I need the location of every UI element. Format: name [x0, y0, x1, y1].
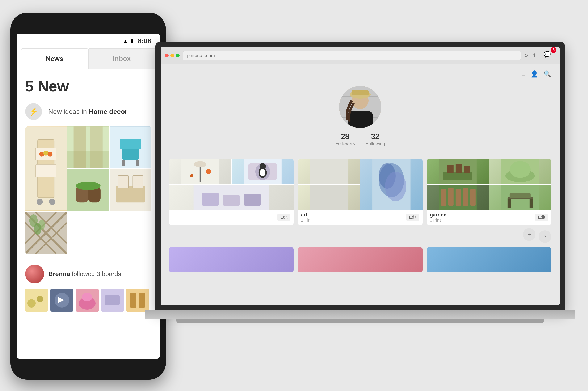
svg-rect-16 — [122, 160, 125, 166]
board-img-garden-2 — [489, 159, 551, 184]
svg-point-68 — [260, 169, 265, 176]
bottom-board-3[interactable] — [427, 247, 551, 272]
close-window-button[interactable] — [165, 54, 169, 57]
notification-badge: 5 — [551, 47, 557, 53]
svg-rect-81 — [447, 165, 453, 173]
grid-image-2 — [67, 126, 109, 168]
svg-text:▶: ▶ — [58, 295, 64, 304]
svg-point-6 — [39, 152, 44, 157]
svg-rect-47 — [126, 289, 149, 312]
menu-icon[interactable]: ≡ — [521, 71, 525, 78]
following-stat: 32 Following — [366, 132, 385, 146]
board-img-art-3 — [298, 185, 360, 210]
board-img-garden-1 — [427, 159, 489, 184]
board-garden-edit-button[interactable]: Edit — [535, 213, 548, 221]
maximize-window-button[interactable] — [176, 54, 179, 57]
board-img-garden-4 — [489, 185, 551, 210]
status-bar: ▲ ▮ 8:08 — [17, 34, 159, 48]
profile-section: 28 Followers 32 Following — [169, 86, 551, 151]
svg-rect-15 — [120, 139, 141, 149]
board-thumb-2: ▶ — [50, 289, 73, 312]
laptop-body: pinterest.com ↻ ⬆ 💬 5 — [155, 42, 565, 310]
svg-rect-80 — [443, 172, 472, 180]
svg-rect-97 — [530, 199, 533, 208]
svg-point-86 — [510, 161, 531, 178]
board-art-count: 1 Pin — [301, 218, 310, 223]
pinterest-nav: ≡ 👤 🔍 — [169, 70, 551, 78]
svg-rect-57 — [352, 90, 369, 96]
board-1-edit-button[interactable]: Edit — [278, 213, 291, 221]
svg-point-61 — [206, 169, 211, 174]
pinterest-page-content: ≡ 👤 🔍 — [161, 64, 560, 305]
laptop-base — [145, 310, 576, 319]
profile-icon[interactable]: 👤 — [530, 70, 538, 78]
board-garden-title: garden — [430, 212, 447, 218]
add-board-button[interactable]: + — [523, 228, 536, 241]
board-garden-footer: garden 6 Pins Edit — [427, 209, 551, 225]
svg-point-5 — [49, 199, 55, 205]
phone-device: ▲ ▮ 8:08 News Inbox 5 New ⚡ New ideas in… — [10, 12, 166, 380]
bottom-board-2[interactable] — [298, 247, 422, 272]
svg-point-8 — [48, 152, 53, 157]
svg-rect-70 — [202, 193, 219, 205]
board-card-1[interactable]: Edit — [169, 159, 294, 225]
svg-rect-72 — [244, 194, 261, 205]
laptop-screen: pinterest.com ↻ ⬆ 💬 5 — [161, 47, 560, 305]
svg-rect-88 — [441, 189, 446, 205]
board-img-1-3 — [169, 185, 294, 210]
help-button[interactable]: ? — [539, 230, 551, 243]
pinterest-notification-button[interactable]: 💬 5 — [541, 48, 556, 63]
board-thumb-1 — [25, 289, 48, 312]
svg-point-38 — [37, 296, 43, 302]
refresh-icon[interactable]: ↻ — [524, 53, 528, 59]
board-img-art-1 — [298, 159, 360, 184]
board-img-1-2 — [232, 159, 294, 184]
board-art-edit-button[interactable]: Edit — [406, 213, 419, 221]
svg-rect-96 — [508, 199, 511, 208]
bottom-board-1[interactable] — [169, 247, 294, 272]
lightning-icon: ⚡ — [29, 107, 38, 116]
grid-image-1 — [25, 126, 67, 211]
share-icon[interactable]: ⬆ — [532, 53, 537, 59]
profile-stats: 28 Followers 32 Following — [335, 132, 385, 146]
following-label: Following — [366, 141, 385, 146]
board-garden-count: 6 Pins — [430, 218, 447, 223]
svg-point-35 — [34, 223, 41, 234]
status-time: 8:08 — [138, 37, 151, 45]
svg-point-37 — [27, 299, 36, 307]
board-card-art[interactable]: art 1 Pin Edit — [298, 159, 422, 225]
svg-rect-92 — [470, 189, 475, 205]
svg-rect-25 — [133, 176, 143, 188]
battery-icon: ▮ — [131, 38, 134, 44]
follower-notification[interactable]: Brenna followed 3 boards — [25, 265, 151, 283]
svg-rect-23 — [116, 186, 145, 202]
svg-rect-71 — [223, 195, 240, 205]
browser-window-controls — [165, 54, 179, 57]
boards-grid: Edit — [169, 159, 551, 225]
svg-rect-89 — [448, 188, 453, 205]
minimize-window-button[interactable] — [170, 54, 174, 57]
home-decor-image-grid[interactable] — [25, 126, 151, 254]
svg-point-62 — [190, 174, 193, 178]
address-bar[interactable]: pinterest.com — [183, 51, 521, 60]
search-icon[interactable]: 🔍 — [544, 70, 551, 78]
svg-rect-78 — [310, 185, 348, 210]
notif-bold: Home decor — [89, 108, 128, 115]
grid-image-5 — [110, 169, 151, 211]
tab-inbox[interactable]: Inbox — [88, 48, 155, 69]
notification-home-decor[interactable]: ⚡ New ideas in Home decor — [25, 103, 151, 120]
lightning-icon-container: ⚡ — [25, 103, 42, 120]
tab-bar: News Inbox — [21, 48, 155, 69]
followers-stat: 28 Followers — [335, 132, 355, 146]
followers-count: 28 — [335, 132, 355, 141]
board-thumbnails: ▶ — [25, 289, 151, 312]
board-img-art-2 — [360, 159, 423, 210]
svg-point-60 — [194, 161, 206, 167]
followers-label: Followers — [335, 141, 355, 146]
follower-name: Brenna — [48, 270, 70, 277]
phone-screen: ▲ ▮ 8:08 News Inbox 5 New ⚡ New ideas in… — [17, 34, 159, 359]
board-card-garden[interactable]: garden 6 Pins Edit — [427, 159, 551, 225]
follower-avatar — [25, 265, 44, 283]
svg-rect-95 — [510, 193, 531, 198]
tab-news[interactable]: News — [21, 48, 88, 69]
